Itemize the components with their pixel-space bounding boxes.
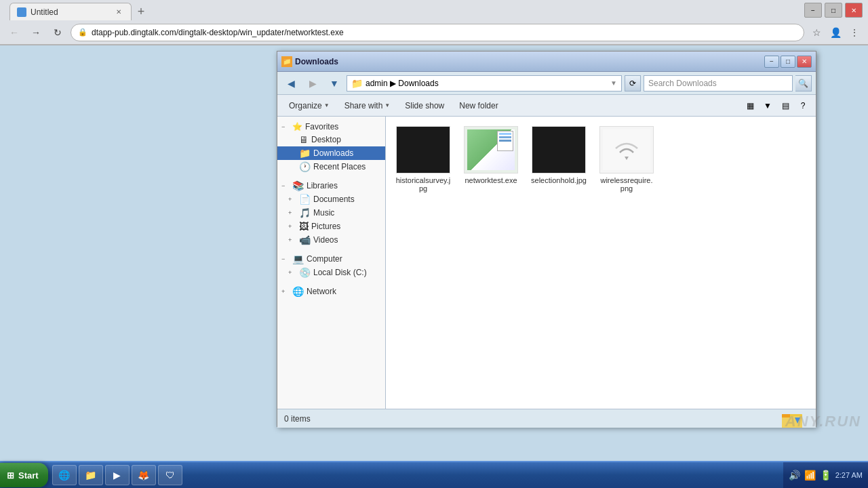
address-bar[interactable]: 🔒 dtapp-pub.dingtalk.com/dingtalk-deskto… (71, 24, 804, 41)
explorer-search-button[interactable]: 🔍 (795, 75, 812, 92)
window-controls: − □ ✕ (804, 3, 863, 18)
sidebar-item-documents[interactable]: 📄 Documents (277, 192, 385, 206)
explorer-window: 📁 Downloads − □ ✕ ◀ ▶ ▼ 📁 admin ▶ Downlo… (277, 51, 816, 427)
account-icon[interactable]: 👤 (827, 24, 844, 41)
taskbar-firefox-button[interactable]: 🦊 (132, 465, 156, 485)
file-item-selectionhold[interactable]: selectionhold.jpg (528, 123, 589, 195)
documents-icon: 📄 (299, 194, 311, 205)
taskbar-wmp-button[interactable]: ▶ (105, 465, 130, 485)
sidebar-item-pictures[interactable]: 🖼 Pictures (277, 220, 385, 233)
status-text: 0 items (284, 414, 311, 424)
computer-toggle[interactable] (281, 256, 290, 262)
new-folder-button[interactable]: New folder (453, 98, 504, 114)
back-button[interactable]: ← (5, 24, 23, 41)
lock-icon: 🔒 (78, 28, 87, 37)
explorer-search-bar[interactable]: Search Downloads (644, 75, 793, 92)
browser-toolbar: ← → ↻ 🔒 dtapp-pub.dingtalk.com/dingtalk-… (0, 20, 868, 45)
libraries-toggle[interactable] (281, 182, 290, 189)
network-icon: 🌐 (292, 286, 304, 297)
music-label: Music (313, 208, 334, 218)
local-disk-label: Local Disk (C:) (313, 268, 367, 277)
bookmark-icon[interactable]: ☆ (808, 24, 825, 41)
explorer-path: admin ▶ Downloads (366, 79, 608, 88)
sidebar-item-desktop[interactable]: 🖥 Desktop (277, 133, 385, 146)
view-controls: ▦ ▼ ▤ ? (743, 98, 810, 113)
explorer-navbar: ◀ ▶ ▼ 📁 admin ▶ Downloads ▼ ⟳ Search Dow… (277, 72, 816, 95)
explorer-restore-button[interactable]: □ (781, 56, 795, 68)
computer-label: Computer (307, 254, 342, 264)
sidebar-item-downloads[interactable]: 📁 Downloads (277, 146, 385, 160)
taskbar-alert-button[interactable]: 🛡 (158, 465, 182, 485)
explorer-dropdown-button[interactable]: ▼ (325, 75, 344, 92)
videos-toggle[interactable] (288, 237, 296, 243)
help-button[interactable]: ? (795, 98, 810, 113)
slide-show-button[interactable]: Slide show (399, 98, 450, 114)
explorer-address-bar[interactable]: 📁 admin ▶ Downloads ▼ (347, 75, 622, 92)
share-with-button[interactable]: Share with ▼ (338, 98, 397, 114)
pictures-toggle[interactable] (288, 223, 296, 230)
large-icon-view-button[interactable]: ▦ (743, 98, 757, 113)
new-tab-button[interactable]: + (132, 3, 151, 20)
explorer-icon: 📁 (85, 469, 97, 481)
url-text: dtapp-pub.dingtalk.com/dingtalk-desktop/… (92, 28, 797, 37)
pictures-label: Pictures (311, 222, 340, 231)
explorer-main: ⭐ Favorites 🖥 Desktop 📁 Downloads 🕐 Rece (277, 117, 816, 409)
file-thumb-selectionhold (532, 126, 586, 174)
file-item-networktest[interactable]: networktest.exe (460, 123, 521, 195)
favorites-toggle[interactable] (281, 123, 290, 130)
tray-audio-icon: 🔊 (789, 470, 800, 481)
network-toggle[interactable] (281, 288, 290, 295)
close-button[interactable]: ✕ (845, 3, 863, 18)
sidebar-item-videos[interactable]: 📹 Videos (277, 233, 385, 247)
wireless-icon (603, 129, 650, 170)
libraries-icon: 📚 (292, 180, 304, 191)
browser-toolbar-icons: ☆ 👤 ⋮ (808, 24, 863, 41)
file-item-wirelessrequire[interactable]: wirelessrequire.png (596, 123, 657, 195)
explorer-win-controls: − □ ✕ (764, 56, 812, 68)
view-dropdown-button[interactable]: ▼ (760, 98, 775, 113)
tray-network-icon: 📶 (804, 470, 816, 481)
videos-icon: 📹 (299, 235, 311, 245)
refresh-button[interactable]: ↻ (49, 24, 66, 41)
sidebar-item-recent-places[interactable]: 🕐 Recent Places (277, 160, 385, 174)
explorer-toolbar: Organize ▼ Share with ▼ Slide show New f… (277, 95, 816, 117)
taskbar-explorer-button[interactable]: 📁 (79, 465, 103, 485)
documents-toggle[interactable] (288, 196, 296, 203)
music-toggle[interactable] (288, 209, 296, 216)
explorer-minimize-button[interactable]: − (764, 56, 779, 68)
sidebar-item-libraries[interactable]: 📚 Libraries (277, 179, 385, 192)
organize-button[interactable]: Organize ▼ (283, 98, 336, 114)
tab-close-button[interactable]: ✕ (113, 7, 124, 18)
tab-favicon (17, 7, 26, 17)
pictures-icon: 🖼 (299, 221, 309, 232)
nt-line1 (499, 133, 511, 135)
sidebar-item-computer[interactable]: 💻 Computer (277, 252, 385, 266)
explorer-forward-button[interactable]: ▶ (303, 75, 322, 92)
address-folder-icon: 📁 (351, 78, 363, 89)
taskbar-ie-button[interactable]: 🌐 (52, 465, 77, 485)
file-label-selectionhold: selectionhold.jpg (531, 176, 587, 184)
sidebar-item-network[interactable]: 🌐 Network (277, 285, 385, 298)
file-item-historicalsurvey[interactable]: historicalsurvey.jpg (393, 123, 454, 195)
forward-button[interactable]: → (27, 24, 45, 41)
networktest-icon (467, 129, 515, 170)
explorer-back-button[interactable]: ◀ (281, 75, 300, 92)
explorer-files-area: historicalsurvey.jpg (386, 117, 816, 409)
maximize-button[interactable]: □ (825, 3, 842, 18)
sidebar-item-music[interactable]: 🎵 Music (277, 206, 385, 220)
sidebar-item-favorites[interactable]: ⭐ Favorites (277, 121, 385, 133)
menu-icon[interactable]: ⋮ (846, 24, 863, 41)
browser-tab-active[interactable]: Untitled ✕ (9, 3, 132, 20)
explorer-refresh-button[interactable]: ⟳ (625, 75, 641, 92)
slide-show-label: Slide show (405, 101, 444, 110)
organize-arrow: ▼ (324, 102, 330, 108)
explorer-close-button[interactable]: ✕ (797, 56, 812, 68)
file-label-wirelessrequire: wirelessrequire.png (599, 176, 654, 192)
sidebar-item-local-disk[interactable]: 💿 Local Disk (C:) (277, 266, 385, 279)
start-button[interactable]: ⊞ Start (0, 463, 48, 487)
recent-label: Recent Places (313, 162, 366, 171)
minimize-button[interactable]: − (804, 3, 822, 18)
local-disk-toggle[interactable] (288, 269, 296, 276)
tab-bar: Untitled ✕ + (5, 0, 151, 20)
details-view-button[interactable]: ▤ (778, 98, 793, 113)
